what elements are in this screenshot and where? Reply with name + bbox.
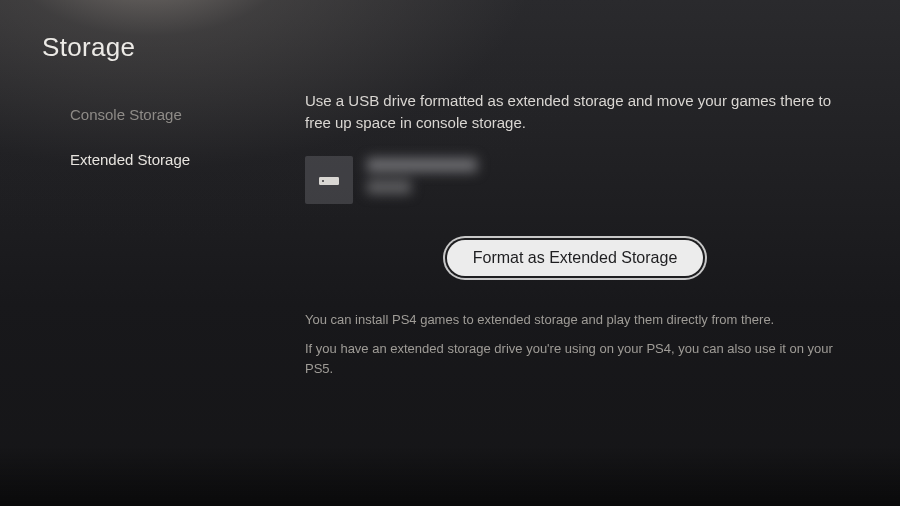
format-button-label: Format as Extended Storage xyxy=(473,249,678,266)
sidebar-item-extended-storage[interactable]: Extended Storage xyxy=(60,137,250,182)
hint-line-2: If you have an extended storage drive yo… xyxy=(305,339,845,378)
sidebar-item-console-storage[interactable]: Console Storage xyxy=(60,92,250,137)
format-as-extended-storage-button[interactable]: Format as Extended Storage xyxy=(447,240,704,276)
page-title: Storage xyxy=(42,32,135,63)
sidebar-item-label: Extended Storage xyxy=(70,151,190,168)
extended-storage-description: Use a USB drive formatted as extended st… xyxy=(305,90,845,134)
hdd-icon xyxy=(305,156,353,204)
usb-drive-info-redacted xyxy=(367,156,477,194)
svg-point-1 xyxy=(322,180,324,182)
extended-storage-hints: You can install PS4 games to extended st… xyxy=(305,310,845,379)
usb-drive-entry[interactable] xyxy=(305,156,845,204)
extended-storage-panel: Use a USB drive formatted as extended st… xyxy=(305,90,845,388)
storage-sidebar: Console Storage Extended Storage xyxy=(60,92,250,182)
sidebar-item-label: Console Storage xyxy=(70,106,182,123)
hint-line-1: You can install PS4 games to extended st… xyxy=(305,310,845,330)
